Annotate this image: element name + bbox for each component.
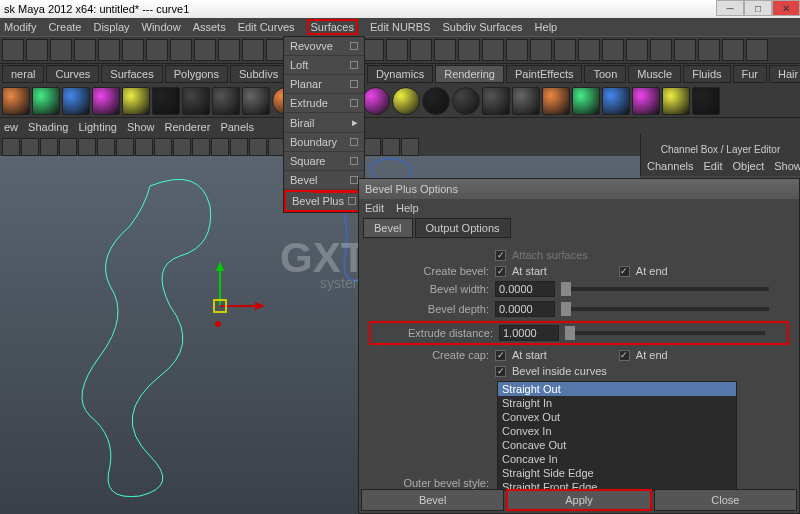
minimize-button[interactable]: ─ [716,0,744,16]
toolbar-button[interactable] [98,39,120,61]
dialog-menu-help[interactable]: Help [396,202,419,214]
dropdown-item-bevel[interactable]: Bevel [284,171,364,190]
toolbar-button[interactable] [746,39,768,61]
shelf-icon[interactable] [452,87,480,115]
toolbar-button[interactable] [362,39,384,61]
option-box-icon[interactable] [350,61,358,69]
toolbar-button[interactable] [74,39,96,61]
bevel-depth-slider[interactable] [561,307,769,311]
toolbar-button[interactable] [626,39,648,61]
shelf-icon[interactable] [122,87,150,115]
shelf-icon[interactable] [242,87,270,115]
toolbar-button[interactable] [434,39,456,61]
toolbar-button[interactable] [554,39,576,61]
toolbar-button[interactable] [2,39,24,61]
shelf-tab-muscle[interactable]: Muscle [628,65,681,83]
shelf-tab-fur[interactable]: Fur [733,65,768,83]
toolbar-button[interactable] [146,39,168,61]
shelf-tab-hair[interactable]: Hair [769,65,800,83]
menu-assets[interactable]: Assets [193,21,226,33]
toolbar-button[interactable] [650,39,672,61]
tab-bevel[interactable]: Bevel [363,218,413,238]
option-box-icon[interactable] [350,99,358,107]
bevel-inside-checkbox[interactable]: ✓ [495,366,506,377]
toolbar-button[interactable] [578,39,600,61]
shelf-tab-dynamics[interactable]: Dynamics [367,65,433,83]
shelf-tab-curves[interactable]: Curves [46,65,99,83]
dialog-menu-edit[interactable]: Edit [365,202,384,214]
channel-tab-object[interactable]: Object [732,160,764,172]
option-box-icon[interactable] [350,157,358,165]
toolbar-button[interactable] [506,39,528,61]
style-option[interactable]: Concave In [498,452,736,466]
menu-subdiv-surfaces[interactable]: Subdiv Surfaces [442,21,522,33]
menu-window[interactable]: Window [142,21,181,33]
panel-tool-button[interactable] [135,138,153,156]
extrude-distance-slider[interactable] [565,331,765,335]
panel-menu-shading[interactable]: Shading [28,121,68,133]
dropdown-item-loft[interactable]: Loft [284,56,364,75]
panel-tool-button[interactable] [59,138,77,156]
shelf-tab-toon[interactable]: Toon [584,65,626,83]
dropdown-item-bevel-plus[interactable]: Bevel Plus [284,190,364,212]
panel-tool-button[interactable] [21,138,39,156]
dropdown-item-planar[interactable]: Planar [284,75,364,94]
close-button[interactable]: ✕ [772,0,800,16]
panel-tool-button[interactable] [78,138,96,156]
panel-tool-button[interactable] [401,138,419,156]
toolbar-button[interactable] [698,39,720,61]
panel-tool-button[interactable] [2,138,20,156]
tab-output-options[interactable]: Output Options [415,218,511,238]
shelf-tab-subdivs[interactable]: Subdivs [230,65,287,83]
shelf-icon[interactable] [212,87,240,115]
menu-edit-curves[interactable]: Edit Curves [238,21,295,33]
toolbar-button[interactable] [170,39,192,61]
channel-tab-show[interactable]: Show [774,160,800,172]
panel-menu-renderer[interactable]: Renderer [165,121,211,133]
bevel-style-listbox[interactable]: Straight OutStraight InConvex OutConvex … [497,381,737,491]
shelf-icon[interactable] [182,87,210,115]
panel-tool-button[interactable] [382,138,400,156]
shelf-tab-neral[interactable]: neral [2,65,44,83]
panel-tool-button[interactable] [211,138,229,156]
panel-menu-lighting[interactable]: Lighting [78,121,117,133]
shelf-icon[interactable] [32,87,60,115]
toolbar-button[interactable] [410,39,432,61]
shelf-icon[interactable] [62,87,90,115]
create-bevel-end-checkbox[interactable]: ✓ [619,266,630,277]
extrude-distance-input[interactable] [499,325,559,341]
shelf-icon[interactable] [512,87,540,115]
toolbar-button[interactable] [386,39,408,61]
attach-surfaces-checkbox[interactable]: ✓ [495,250,506,261]
shelf-icon[interactable] [92,87,120,115]
shelf-icon[interactable] [602,87,630,115]
option-box-icon[interactable] [348,197,356,205]
panel-tool-button[interactable] [363,138,381,156]
menu-display[interactable]: Display [93,21,129,33]
shelf-tab-polygons[interactable]: Polygons [165,65,228,83]
create-cap-end-checkbox[interactable]: ✓ [619,350,630,361]
shelf-tab-fluids[interactable]: Fluids [683,65,730,83]
shelf-icon[interactable] [2,87,30,115]
shelf-icon[interactable] [662,87,690,115]
toolbar-button[interactable] [50,39,72,61]
toolbar-button[interactable] [458,39,480,61]
shelf-tab-painteffects[interactable]: PaintEffects [506,65,583,83]
option-box-icon[interactable] [350,42,358,50]
panel-tool-button[interactable] [40,138,58,156]
maximize-button[interactable]: □ [744,0,772,16]
toolbar-button[interactable] [218,39,240,61]
close-dialog-button[interactable]: Close [654,489,797,511]
shelf-icon[interactable] [482,87,510,115]
shelf-icon[interactable] [392,87,420,115]
shelf-icon[interactable] [572,87,600,115]
style-option[interactable]: Convex In [498,424,736,438]
bevel-button[interactable]: Bevel [361,489,504,511]
panel-tool-button[interactable] [173,138,191,156]
bevel-width-slider[interactable] [561,287,769,291]
shelf-tab-rendering[interactable]: Rendering [435,65,504,83]
menu-surfaces[interactable]: Surfaces [307,19,358,35]
panel-menu-show[interactable]: Show [127,121,155,133]
shelf-icon[interactable] [632,87,660,115]
menu-modify[interactable]: Modify [4,21,36,33]
